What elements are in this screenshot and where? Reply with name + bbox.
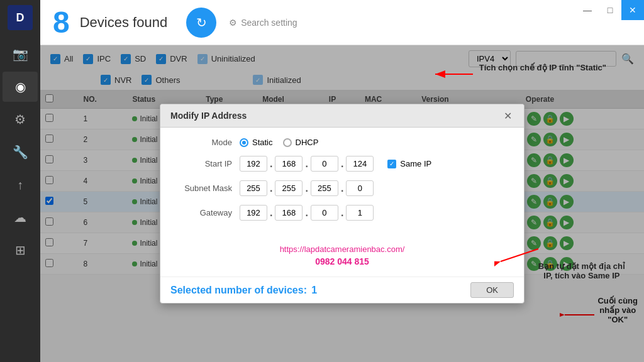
sidebar-item-tools[interactable]: 🔧: [3, 137, 38, 167]
search-setting-button[interactable]: ⚙ Search setting: [229, 18, 297, 28]
start-ip-b[interactable]: [275, 156, 303, 172]
start-ip-row: Start IP . . . ✓ Same IP: [175, 156, 509, 172]
title-bar: 8 Devices found ↻ ⚙ Search setting — □ ✕: [40, 0, 644, 45]
mode-radio-group: Static DHCP: [240, 138, 318, 147]
start-ip-fields: . . .: [240, 156, 374, 172]
modal-bottom-bar: Selected number of devices: 1 OK: [160, 277, 524, 303]
subnet-a[interactable]: [240, 180, 267, 196]
subnet-mask-row: Subnet Mask . . .: [175, 180, 509, 196]
app-logo: D: [8, 5, 33, 30]
start-ip-d[interactable]: [346, 156, 374, 172]
same-ip-label: Same IP: [400, 159, 431, 168]
selected-count-label: Selected number of devices: 1: [170, 285, 317, 296]
gateway-b[interactable]: [275, 205, 303, 221]
sidebar-item-cloud[interactable]: ☁: [3, 202, 38, 233]
modal-body: Mode Static DHCP Start IP .: [160, 128, 524, 239]
mode-row: Mode Static DHCP: [175, 138, 509, 147]
start-ip-label: Start IP: [175, 159, 232, 168]
start-ip-c[interactable]: [311, 156, 338, 172]
gear-icon: ⚙: [229, 18, 237, 28]
gateway-fields: . . .: [240, 205, 374, 221]
subnet-d[interactable]: [346, 180, 374, 196]
gateway-a[interactable]: [240, 205, 267, 221]
dhcp-label: DHCP: [296, 138, 319, 147]
same-ip-annotation: Bạn tự đặt một địa chỉIP, tích vào Same …: [538, 261, 625, 280]
sidebar-item-network[interactable]: ◉: [3, 72, 38, 102]
refresh-button[interactable]: ↻: [186, 8, 216, 38]
gateway-label: Gateway: [175, 208, 232, 217]
static-annotation: Tích chọn chế độ IP tĩnh "Static": [479, 63, 606, 72]
website-link[interactable]: https://lapdatcameramienbac.com/: [280, 244, 405, 254]
subnet-c[interactable]: [311, 180, 338, 196]
modal-footer: https://lapdatcameramienbac.com/ 0982 04…: [160, 239, 524, 274]
sidebar-item-camera[interactable]: 📷: [3, 39, 38, 69]
selected-count-value: 1: [311, 285, 317, 295]
maximize-button[interactable]: □: [599, 0, 621, 20]
static-radio-dot[interactable]: [240, 138, 248, 147]
static-arrow-icon: [429, 68, 479, 80]
sidebar-item-grid[interactable]: ⊞: [3, 235, 38, 265]
ok-button[interactable]: OK: [470, 282, 514, 298]
window-controls: — □ ✕: [576, 0, 644, 20]
subnet-b[interactable]: [275, 180, 303, 196]
modal-close-button[interactable]: ✕: [501, 109, 514, 122]
mode-label: Mode: [175, 138, 232, 147]
phone-number: 0982 044 815: [315, 256, 369, 266]
device-count: 8: [53, 5, 70, 40]
devices-found-label: Devices found: [80, 14, 167, 31]
minimize-button[interactable]: —: [576, 0, 599, 20]
dhcp-radio[interactable]: DHCP: [283, 138, 319, 147]
subnet-mask-label: Subnet Mask: [175, 184, 232, 193]
sidebar-item-settings[interactable]: ⚙: [3, 104, 38, 134]
static-radio[interactable]: Static: [240, 138, 273, 147]
gateway-c[interactable]: [311, 205, 338, 221]
static-label: Static: [252, 138, 273, 147]
sidebar-item-upload[interactable]: ↑: [3, 170, 38, 200]
same-ip-check-icon[interactable]: ✓: [387, 160, 396, 168]
modal-header: Modify IP Address ✕: [160, 104, 524, 128]
start-ip-a[interactable]: [240, 156, 267, 172]
gateway-row: Gateway . . .: [175, 205, 509, 221]
dhcp-radio-dot[interactable]: [283, 138, 292, 147]
same-ip-checkbox[interactable]: ✓ Same IP: [387, 159, 431, 168]
close-button[interactable]: ✕: [621, 0, 644, 20]
subnet-mask-fields: . . .: [240, 180, 374, 196]
gateway-d[interactable]: [346, 205, 374, 221]
modify-ip-modal: Modify IP Address ✕ Mode Static DHCP: [160, 104, 525, 304]
sidebar: D 📷 ◉ ⚙ 🔧 ↑ ☁ ⊞: [0, 0, 40, 362]
modal-title: Modify IP Address: [170, 111, 247, 121]
modal-overlay: Modify IP Address ✕ Mode Static DHCP: [40, 45, 644, 362]
